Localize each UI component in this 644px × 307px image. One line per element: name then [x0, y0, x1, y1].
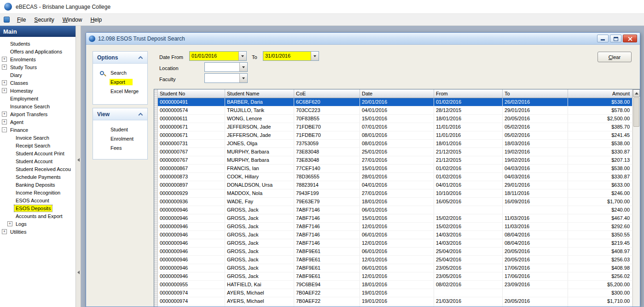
tree-expand-icon[interactable]: - — [2, 127, 7, 132]
view-panel-item[interactable]: Fees — [93, 143, 147, 153]
tree-expand-icon[interactable]: + — [2, 229, 7, 234]
sidebar-item[interactable]: Banking Deposits — [0, 181, 75, 189]
collapse-left-icon[interactable] — [77, 158, 80, 162]
table-row[interactable]: 0000000767 MURPHY, Barbara 73E83048 25/0… — [158, 148, 632, 156]
tree-expand-icon[interactable]: + — [7, 221, 12, 226]
table-row[interactable]: 0000000867 FRANCIS, Ian 77CEF140 15/01/2… — [158, 165, 632, 173]
table-row[interactable]: 0000000946 GROSS, Jack 7ABF9E61 06/01/20… — [158, 264, 632, 272]
tree-expand-icon[interactable]: + — [2, 88, 7, 93]
sidebar-item[interactable]: + Enrolments — [0, 55, 75, 63]
faculty-select[interactable] — [204, 73, 248, 83]
maximize-button[interactable] — [610, 35, 621, 42]
table-row[interactable]: 0000000955 HATFIELD, Kai 79C6BE94 18/01/… — [158, 281, 632, 289]
minimize-button[interactable] — [597, 35, 609, 42]
options-panel-item[interactable]: Export — [93, 77, 147, 87]
sidebar-item[interactable]: Employment — [0, 94, 75, 102]
scrollbar-thumb[interactable] — [633, 97, 639, 127]
sidebar-item[interactable]: Student Received Accou — [0, 165, 75, 173]
view-panel-item[interactable]: Student — [93, 125, 147, 134]
options-panel-item[interactable]: Search — [93, 68, 147, 77]
sidebar-item[interactable]: + Homestay — [0, 87, 75, 94]
faculty-value[interactable] — [205, 74, 239, 83]
column-header[interactable]: From — [434, 89, 503, 98]
sidebar-item[interactable]: + Airport Transfers — [0, 110, 75, 118]
table-row[interactable]: 0000000767 MURPHY, Barbara 73E83048 27/0… — [158, 156, 632, 165]
table-row[interactable]: 0000000873 COOK, Hillary 78D36555 28/01/… — [158, 173, 632, 181]
tree-expand-icon[interactable]: + — [2, 65, 7, 70]
date-from-value[interactable]: 01/01/2016 — [190, 52, 238, 60]
date-to-dropdown-button[interactable] — [311, 52, 319, 60]
chevron-up-icon[interactable] — [138, 56, 143, 61]
column-header[interactable]: To — [503, 89, 568, 98]
table-row[interactable]: 0000000946 GROSS, Jack 7ABF7146 06/01/20… — [158, 231, 632, 239]
column-header[interactable]: Amount — [568, 89, 632, 98]
column-header[interactable]: CoE — [294, 89, 360, 98]
sidebar-item[interactable]: Student Account — [0, 157, 75, 165]
table-row[interactable]: 0000000974 AYERS, Michael 7B0AEF22 19/01… — [158, 297, 632, 306]
clear-button[interactable]: Clear — [598, 52, 632, 62]
column-header[interactable]: Student No — [158, 89, 225, 98]
sidebar-item[interactable]: Student Account Print — [0, 149, 75, 157]
faculty-dropdown-button[interactable] — [239, 74, 247, 83]
table-row[interactable]: 0000000671 JEFFERSON, Jade 71FDBE70 07/0… — [158, 123, 632, 131]
tree-expand-icon[interactable]: + — [2, 112, 7, 117]
tree-expand-icon[interactable]: + — [2, 80, 7, 85]
menu-item[interactable]: Help — [86, 15, 106, 25]
sidebar-item[interactable]: Receipt Search — [0, 142, 75, 149]
menu-item[interactable]: Security — [30, 15, 58, 25]
table-row[interactable]: 0000000946 GROSS, Jack 7ABF7146 15/01/20… — [158, 214, 632, 223]
table-row[interactable]: 0000000974 AYERS, Michael 7B0AEF22 19/01… — [158, 289, 632, 297]
sidebar-item[interactable]: - Finance — [0, 126, 75, 134]
table-row[interactable]: 0000000974 AYERS, Michael 7B0AEF22 19/01… — [158, 306, 632, 307]
table-row[interactable]: 0000000946 GROSS, Jack 7ABF9E61 12/01/20… — [158, 256, 632, 264]
view-panel-item[interactable]: Enrolment — [93, 134, 147, 143]
column-header[interactable]: Student Name — [225, 89, 294, 98]
menu-item[interactable]: File — [13, 15, 30, 25]
sidebar-item[interactable]: ESOS Deposits — [0, 204, 75, 212]
table-row[interactable]: 0000000671 JEFFERSON, Jade 71FDBE70 08/0… — [158, 131, 632, 140]
tree-expand-icon[interactable]: + — [2, 119, 7, 124]
table-row[interactable]: 0000000946 GROSS, Jack 7ABF9E61 06/01/20… — [158, 248, 632, 256]
inner-window-titlebar[interactable]: 12.098 ESOS Trust Deposit Search — [86, 33, 640, 45]
options-panel-header[interactable]: Options — [93, 52, 147, 64]
table-row[interactable]: 0000000491 BARBER, Daria 6C6BF620 20/01/… — [158, 98, 632, 106]
sidebar-item[interactable]: + Classes — [0, 79, 75, 87]
sidebar-item[interactable]: + Logs — [0, 220, 75, 228]
scroll-up-button[interactable] — [633, 89, 640, 97]
sidebar-item[interactable]: + Utilities — [0, 228, 75, 236]
close-button[interactable] — [623, 35, 637, 42]
sidebar-item[interactable]: Insurance Search — [0, 102, 75, 110]
date-from-field[interactable]: 01/01/2016 — [189, 51, 247, 61]
date-to-field[interactable]: 31/01/2016 — [263, 51, 319, 61]
table-row[interactable]: 0000000611 WONG, Lenore 70F83B55 15/01/2… — [158, 115, 632, 123]
sidebar-item[interactable]: ESOS Account — [0, 196, 75, 204]
location-select[interactable] — [204, 62, 248, 72]
options-panel-item[interactable]: Excel Merge — [93, 87, 147, 96]
table-row[interactable]: 0000000897 DONALDSON, Ursa 78823914 04/0… — [158, 181, 632, 189]
tree-expand-icon[interactable]: + — [2, 57, 7, 62]
sidebar-splitter[interactable] — [76, 26, 81, 307]
date-from-dropdown-button[interactable] — [238, 52, 246, 60]
table-row[interactable]: 0000000936 WADE, Fay 79E63E79 18/01/2016… — [158, 198, 632, 206]
table-row[interactable]: 0000000946 GROSS, Jack 7ABF7146 06/01/20… — [158, 206, 632, 214]
sidebar-item[interactable]: + Agent — [0, 118, 75, 126]
sidebar-item[interactable]: Income Recognition — [0, 189, 75, 196]
sidebar-item[interactable]: Diary — [0, 71, 75, 79]
location-value[interactable] — [205, 63, 239, 71]
table-row[interactable]: 0000000731 JONES, Olga 73753059 08/01/20… — [158, 140, 632, 148]
view-panel-header[interactable]: View — [93, 108, 147, 120]
sidebar-item[interactable]: Students — [0, 40, 75, 47]
vertical-scrollbar[interactable] — [632, 89, 640, 307]
table-row[interactable]: 0000000574 TRUJILLO, Tarik 703CC223 04/0… — [158, 106, 632, 115]
table-row[interactable]: 0000000946 GROSS, Jack 7ABF7146 12/01/20… — [158, 223, 632, 231]
collapse-left-icon[interactable] — [77, 271, 80, 274]
date-to-value[interactable]: 31/01/2016 — [263, 52, 311, 60]
chevron-up-icon[interactable] — [138, 113, 143, 118]
sidebar-item[interactable]: Accounts and Export — [0, 212, 75, 220]
table-row[interactable]: 0000000929 MADDOX, Nola 7943F199 27/01/2… — [158, 189, 632, 198]
column-header[interactable]: Date — [360, 89, 434, 98]
sidebar-item[interactable]: Offers and Applications — [0, 47, 75, 55]
sidebar-item[interactable]: Schedule Payments — [0, 173, 75, 181]
table-row[interactable]: 0000000946 GROSS, Jack 7ABF7146 12/01/20… — [158, 239, 632, 248]
table-row[interactable]: 0000000946 GROSS, Jack 7ABF9E61 12/01/20… — [158, 272, 632, 281]
